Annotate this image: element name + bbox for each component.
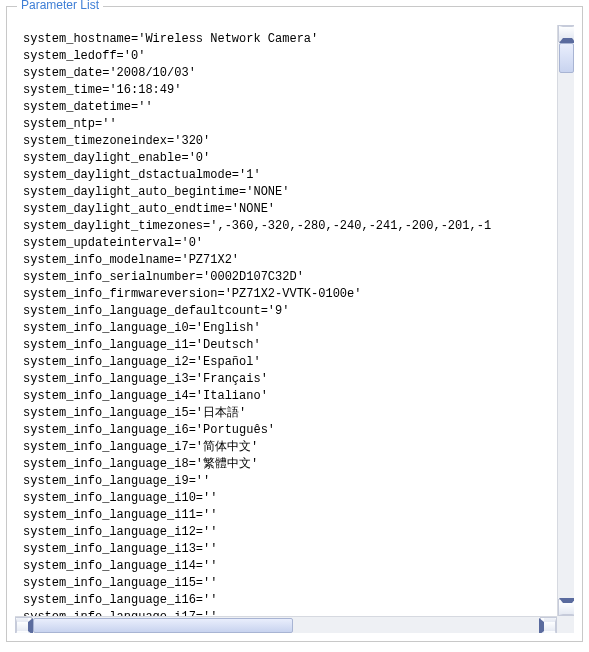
chevron-right-icon	[539, 618, 556, 633]
parameter-row: system_info_serialnumber='0002D107C32D'	[23, 269, 491, 286]
parameter-row: system_info_language_i11=''	[23, 507, 491, 524]
vertical-scrollbar[interactable]	[557, 25, 574, 616]
parameter-row: system_info_language_i8='繁體中文'	[23, 456, 491, 473]
parameter-row: system_info_language_i0='English'	[23, 320, 491, 337]
scroll-up-button[interactable]	[558, 25, 574, 42]
parameter-row: system_daylight_dstactualmode='1'	[23, 167, 491, 184]
parameter-row: system_timezoneindex='320'	[23, 133, 491, 150]
parameter-row: system_time='16:18:49'	[23, 82, 491, 99]
parameter-row: system_info_language_i1='Deutsch'	[23, 337, 491, 354]
parameter-row: system_info_language_i9=''	[23, 473, 491, 490]
parameter-row: system_daylight_enable='0'	[23, 150, 491, 167]
chevron-down-icon	[559, 598, 574, 615]
chevron-up-icon	[559, 26, 574, 43]
parameter-row: system_daylight_timezones=',-360,-320,-2…	[23, 218, 491, 235]
parameter-row: system_date='2008/10/03'	[23, 65, 491, 82]
parameter-row: system_info_language_i4='Italiano'	[23, 388, 491, 405]
parameter-row: system_info_modelname='PZ71X2'	[23, 252, 491, 269]
parameter-row: system_daylight_auto_begintime='NONE'	[23, 184, 491, 201]
parameter-row: system_hostname='Wireless Network Camera…	[23, 31, 491, 48]
horizontal-scrollbar[interactable]	[15, 616, 557, 633]
parameter-row: system_info_language_i5='日本語'	[23, 405, 491, 422]
scroll-down-button[interactable]	[558, 599, 574, 616]
scroll-left-button[interactable]	[15, 617, 32, 633]
parameter-scroll-area[interactable]: system_hostname='Wireless Network Camera…	[15, 25, 574, 633]
parameter-row: system_daylight_auto_endtime='NONE'	[23, 201, 491, 218]
parameter-row: system_ntp=''	[23, 116, 491, 133]
vertical-scroll-thumb[interactable]	[559, 43, 574, 73]
parameter-row: system_info_language_i12=''	[23, 524, 491, 541]
parameter-list-panel: Parameter List system_hostname='Wireless…	[6, 6, 583, 642]
scrollbar-corner	[557, 616, 574, 633]
parameter-row: system_datetime=''	[23, 99, 491, 116]
parameter-row: system_updateinterval='0'	[23, 235, 491, 252]
parameter-row: system_info_language_i14=''	[23, 558, 491, 575]
chevron-left-icon	[16, 618, 33, 633]
panel-title: Parameter List	[17, 0, 103, 12]
scroll-right-button[interactable]	[540, 617, 557, 633]
parameter-row: system_info_language_defaultcount='9'	[23, 303, 491, 320]
parameter-row: system_info_language_i15=''	[23, 575, 491, 592]
parameter-row: system_info_language_i13=''	[23, 541, 491, 558]
parameter-row: system_info_language_i10=''	[23, 490, 491, 507]
parameter-content: system_hostname='Wireless Network Camera…	[23, 25, 491, 633]
parameter-row: system_info_language_i16=''	[23, 592, 491, 609]
horizontal-scroll-thumb[interactable]	[33, 618, 293, 633]
parameter-row: system_ledoff='0'	[23, 48, 491, 65]
parameter-row: system_info_language_i7='简体中文'	[23, 439, 491, 456]
parameter-row: system_info_language_i6='Português'	[23, 422, 491, 439]
parameter-row: system_info_language_i2='Español'	[23, 354, 491, 371]
parameter-row: system_info_language_i3='Français'	[23, 371, 491, 388]
parameter-row: system_info_firmwareversion='PZ71X2-VVTK…	[23, 286, 491, 303]
